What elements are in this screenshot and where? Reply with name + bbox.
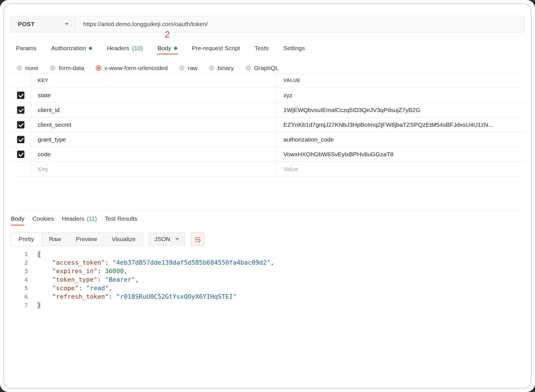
value-cell[interactable]: xyz (276, 88, 524, 102)
app-card: POST https://arkid.demo.longguikeji.com/… (3, 3, 532, 389)
tab-pre-request-script[interactable]: Pre-request Script (192, 42, 240, 54)
code-token: } (37, 302, 41, 309)
key-text: client_secret (38, 121, 71, 128)
response-tab-headers[interactable]: Headers (11) (62, 211, 97, 226)
response-tab-test-results[interactable]: Test Results (105, 211, 137, 226)
code-token: "access_token" (52, 259, 105, 266)
code-token: "refresh_token" (52, 293, 109, 300)
code-line: 7} (11, 301, 524, 309)
view-pretty[interactable]: Pretty (11, 233, 42, 246)
radio-label: form-data (59, 65, 84, 71)
radio-icon (50, 65, 56, 71)
url-input[interactable]: https://arkid.demo.longguikeji.com/oauth… (76, 16, 524, 32)
row-checkbox[interactable] (17, 92, 24, 99)
response-toolbar: Pretty Raw Preview Visualize JSON (11, 232, 524, 246)
response-body-code[interactable]: 1{2 "access_token": "4eb37d857dde139daf5… (11, 250, 524, 309)
radio-label: GraphQL (254, 65, 279, 71)
format-select[interactable]: JSON (148, 232, 185, 246)
code-line-text: "access_token": "4eb37d857dde139daf5d585… (37, 258, 274, 267)
tab-label: Body (158, 45, 171, 52)
code-token: "expires_in" (52, 267, 97, 275)
key-cell-empty[interactable]: Key (31, 162, 276, 176)
code-token: : (97, 267, 105, 275)
chevron-down-icon (175, 238, 179, 240)
code-token: : (105, 259, 112, 266)
code-line-text: "scope": "read", (37, 284, 112, 292)
key-cell[interactable]: code (31, 147, 276, 161)
key-cell[interactable]: client_secret (31, 117, 276, 132)
radio-selected-icon (96, 65, 101, 71)
request-url-bar: POST https://arkid.demo.longguikeji.com/… (11, 16, 524, 32)
key-cell[interactable]: state (31, 88, 276, 102)
value-cell[interactable]: EZYnKb1d7gmjJ27KNbJ3HpBoImq2jFW8jbaTZSPQ… (276, 117, 524, 132)
tab-label: Authorization (51, 45, 86, 52)
code-line-text: } (37, 301, 41, 309)
row-checkbox[interactable] (17, 106, 24, 114)
value-cell[interactable]: VowxHXOhGbW6SvEylxBPHv8uGGzaT8 (276, 147, 524, 161)
key-text: grant_type (38, 136, 66, 143)
code-line: 1{ (11, 250, 524, 258)
response-tab-cookies[interactable]: Cookies (32, 211, 54, 226)
authorization-status-dot (89, 47, 92, 50)
bodytype-raw[interactable]: raw (179, 65, 197, 71)
line-number: 4 (11, 275, 28, 284)
chevron-down-icon (65, 23, 69, 25)
body-type-row: none form-data x-www-form-urlencoded raw… (11, 63, 524, 73)
row-checkbox[interactable] (17, 121, 24, 128)
line-number: 3 (11, 267, 28, 275)
radio-label: none (25, 65, 39, 71)
value-cell[interactable]: authorization_code (276, 132, 524, 147)
response-tabs: Body Cookies Headers (11) Test Results (11, 211, 524, 226)
tab-settings[interactable]: Settings (283, 42, 305, 54)
tab-label: Headers (62, 215, 84, 222)
key-text: state (38, 92, 51, 99)
code-token (37, 284, 52, 292)
code-token: , (135, 276, 139, 283)
bodytype-x-www-form-urlencoded[interactable]: x-www-form-urlencoded (96, 65, 168, 71)
code-token: : (79, 284, 86, 292)
row-checkbox[interactable] (17, 151, 24, 158)
tab-headers[interactable]: Headers (10) (107, 42, 143, 54)
table-row: client_id 1WjEWQbvsuIEmalCczq5ID3QeJV3qP… (11, 103, 524, 117)
key-cell[interactable]: client_id (31, 103, 276, 117)
tab-params[interactable]: Params (16, 42, 36, 54)
tab-label: Cookies (32, 215, 54, 222)
table-header-row: KEY VALUE (11, 73, 524, 88)
value-cell[interactable]: 1WjEWQbvsuIEmalCczq5ID3QeJV3qPdsujZ7yB2G (276, 103, 524, 117)
tab-authorization[interactable]: Authorization (51, 42, 92, 54)
key-text: code (38, 151, 51, 158)
value-cell-empty[interactable]: Value (276, 162, 524, 176)
view-raw[interactable]: Raw (42, 233, 68, 246)
annotation-step-2: 2 (165, 30, 170, 39)
tab-label: Settings (283, 45, 305, 52)
code-token (37, 276, 52, 283)
key-placeholder: Key (38, 166, 48, 172)
tab-body[interactable]: 2 Body (158, 42, 177, 54)
tab-tests[interactable]: Tests (255, 42, 269, 54)
bodytype-binary[interactable]: binary (209, 65, 234, 71)
value-text: 1WjEWQbvsuIEmalCczq5ID3QeJV3qPdsujZ7yB2G (283, 107, 420, 113)
line-number: 5 (11, 284, 28, 292)
tab-label: Headers (107, 45, 129, 52)
code-token: "Bearer" (105, 276, 135, 283)
bodytype-none[interactable]: none (16, 65, 39, 71)
code-token: { (37, 250, 41, 258)
radio-label: x-www-form-urlencoded (105, 65, 168, 71)
line-number: 7 (11, 301, 28, 309)
wrap-text-button[interactable] (191, 232, 204, 246)
table-row: grant_type authorization_code (11, 132, 524, 147)
method-select[interactable]: POST (11, 16, 76, 32)
view-visualize[interactable]: Visualize (105, 233, 143, 246)
code-token: "r018SRuU0C52GtYsxQOyX6YIHqSTEI" (116, 293, 237, 300)
code-token: , (109, 284, 112, 292)
table-row: client_secret EZYnKb1d7gmjJ27KNbJ3HpBoIm… (11, 117, 524, 132)
row-checkbox[interactable] (17, 136, 24, 143)
value-text: EZYnKb1d7gmjJ27KNbJ3HpBoImq2jFW8jbaTZSPQ… (283, 121, 493, 128)
key-cell[interactable]: grant_type (31, 132, 276, 147)
value-text: authorization_code (283, 136, 334, 143)
value-text: VowxHXOhGbW6SvEylxBPHv8uGGzaT8 (283, 151, 393, 158)
bodytype-form-data[interactable]: form-data (50, 65, 84, 71)
view-preview[interactable]: Preview (68, 233, 105, 246)
response-tab-body[interactable]: Body (11, 211, 24, 226)
bodytype-graphql[interactable]: GraphQL (245, 65, 279, 71)
